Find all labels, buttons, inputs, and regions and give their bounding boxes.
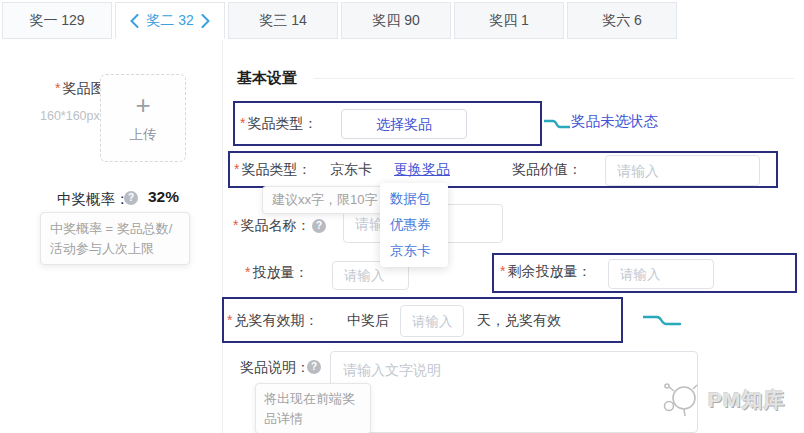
tab-label: 奖三 14 xyxy=(259,12,306,30)
tab-label: 奖四 90 xyxy=(372,12,419,30)
section-title: 基本设置 xyxy=(237,69,297,88)
tab-label: 奖一 129 xyxy=(29,12,84,30)
tab-label: 奖六 6 xyxy=(602,12,642,30)
probability-tooltip: 中奖概率 = 奖品总数/活动参与人次上限 xyxy=(40,212,190,265)
prize-value-input[interactable] xyxy=(605,155,760,186)
annotation-connector-line xyxy=(643,313,683,329)
required-marker: * xyxy=(245,264,250,280)
tab-prize-3[interactable]: 奖三 14 xyxy=(228,2,338,39)
upload-label: 上传 xyxy=(130,126,157,144)
description-label: 奖品说明： xyxy=(240,359,310,377)
prize-type-label: *奖品类型： xyxy=(234,161,311,179)
prize-value-label: 奖品价值： xyxy=(512,161,582,179)
required-marker: * xyxy=(55,80,60,96)
validity-prefix: 中奖后 xyxy=(347,312,389,330)
tab-prize-2-active[interactable]: 奖二 32 xyxy=(115,2,225,39)
image-size-hint: 160*160px xyxy=(40,109,100,123)
tab-label: 奖二 32 xyxy=(146,12,193,30)
prize-type-label: *奖品类型： xyxy=(240,115,317,133)
pm-zhiku-logo-icon xyxy=(660,381,702,419)
required-marker: * xyxy=(500,263,505,279)
quantity-label: *投放量： xyxy=(245,264,308,282)
plus-icon: + xyxy=(135,92,150,118)
watermark: PM知库 xyxy=(660,381,786,419)
required-marker: * xyxy=(227,312,232,328)
chevron-left-icon[interactable] xyxy=(130,14,139,28)
prize-tabbar: 奖一 129 奖二 32 奖三 14 奖四 90 奖四 1 奖六 6 xyxy=(2,2,677,39)
chevron-right-icon[interactable] xyxy=(201,14,210,28)
remaining-quantity-label: *剩余投放量： xyxy=(500,263,591,281)
annotation-unselected-state: 奖品未选状态 xyxy=(571,112,658,131)
required-marker: * xyxy=(234,161,239,177)
validity-suffix: 天，兑奖有效 xyxy=(477,312,561,330)
section-divider xyxy=(314,78,794,79)
name-hint-tooltip: 建议xx字，限10字 xyxy=(262,186,387,214)
dropdown-item-data-pack[interactable]: 数据包 xyxy=(380,186,448,212)
tab-prize-6[interactable]: 奖六 6 xyxy=(567,2,677,39)
prize-type-value: 京东卡 xyxy=(330,161,372,179)
annotation-connector-line xyxy=(544,117,570,131)
description-textarea[interactable] xyxy=(330,351,698,433)
probability-value: 32% xyxy=(148,188,179,206)
question-icon[interactable]: ? xyxy=(312,219,326,233)
remaining-quantity-input[interactable] xyxy=(608,259,714,289)
question-icon[interactable]: ? xyxy=(124,191,138,205)
prize-settings-page: 奖一 129 奖二 32 奖三 14 奖四 90 奖四 1 奖六 6 *奖品图片… xyxy=(0,0,804,433)
dropdown-item-coupon[interactable]: 优惠券 xyxy=(380,212,448,238)
tab-prize-5[interactable]: 奖四 1 xyxy=(454,2,564,39)
tab-prize-1[interactable]: 奖一 129 xyxy=(2,2,112,39)
validity-label: *兑奖有效期： xyxy=(227,312,318,330)
change-prize-link[interactable]: 更换奖品 xyxy=(394,161,450,179)
required-marker: * xyxy=(233,217,238,233)
description-tooltip: 将出现在前端奖品详情 xyxy=(255,383,371,433)
probability-label: 中奖概率： xyxy=(57,190,130,209)
watermark-text: PM知库 xyxy=(708,386,786,414)
prize-type-dropdown: 数据包 优惠券 京东卡 xyxy=(380,183,448,267)
tab-prize-4[interactable]: 奖四 90 xyxy=(341,2,451,39)
validity-days-input[interactable] xyxy=(400,305,464,337)
select-prize-button[interactable]: 选择奖品 xyxy=(341,109,467,139)
panel-divider xyxy=(222,40,223,433)
prize-name-label: *奖品名称： xyxy=(233,217,310,235)
image-upload-box[interactable]: + 上传 xyxy=(100,74,186,162)
tab-label: 奖四 1 xyxy=(489,12,529,30)
question-icon[interactable]: ? xyxy=(307,360,321,374)
required-marker: * xyxy=(240,115,245,131)
dropdown-item-jd-card[interactable]: 京东卡 xyxy=(380,238,448,264)
